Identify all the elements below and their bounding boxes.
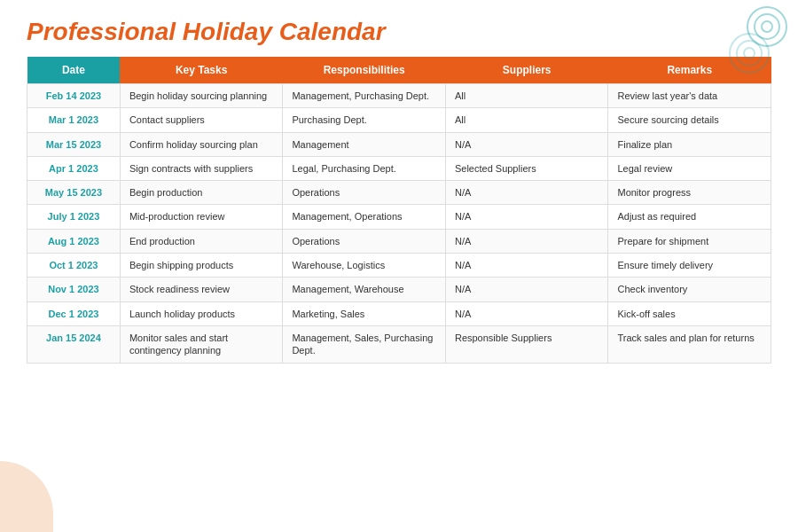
cell-responsibilities-10: Management, Sales, Purchasing Dept.	[283, 325, 446, 363]
col-header-tasks: Key Tasks	[120, 57, 283, 84]
page-container: Professional Holiday Calendar Date Key T…	[0, 0, 798, 532]
cell-date-6: Aug 1 2023	[27, 229, 121, 253]
cell-remarks-4: Monitor progress	[608, 181, 771, 205]
cell-responsibilities-2: Management	[283, 132, 446, 156]
table-row: May 15 2023Begin productionOperationsN/A…	[27, 181, 771, 205]
cell-date-2: Mar 15 2023	[27, 132, 121, 156]
cell-suppliers-6: N/A	[445, 229, 608, 253]
col-header-date: Date	[27, 57, 121, 84]
table-row: Mar 15 2023Confirm holiday sourcing plan…	[27, 132, 771, 156]
cell-date-1: Mar 1 2023	[27, 108, 121, 132]
cell-responsibilities-6: Operations	[283, 229, 446, 253]
svg-point-4	[737, 41, 762, 66]
svg-point-2	[762, 21, 772, 32]
cell-suppliers-8: N/A	[445, 278, 608, 301]
cell-task-3: Sign contracts with suppliers	[120, 156, 283, 180]
cell-remarks-6: Prepare for shipment	[608, 229, 771, 253]
cell-responsibilities-9: Marketing, Sales	[283, 301, 446, 325]
svg-point-5	[744, 48, 755, 59]
cell-task-10: Monitor sales and start contingency plan…	[120, 325, 283, 363]
table-row: Mar 1 2023Contact suppliersPurchasing De…	[27, 108, 771, 132]
deco-circles	[705, 4, 789, 89]
cell-task-4: Begin production	[120, 181, 283, 205]
table-row: July 1 2023Mid-production reviewManageme…	[27, 205, 771, 229]
cell-date-9: Dec 1 2023	[27, 301, 121, 325]
cell-suppliers-10: Responsible Suppliers	[445, 325, 608, 363]
cell-responsibilities-8: Management, Warehouse	[283, 278, 446, 301]
cell-remarks-3: Legal review	[608, 156, 771, 180]
cell-date-3: Apr 1 2023	[27, 156, 121, 180]
cell-task-6: End production	[120, 229, 283, 253]
cell-remarks-1: Secure sourcing details	[608, 108, 771, 132]
table-row: Jan 15 2024Monitor sales and start conti…	[27, 325, 771, 363]
cell-suppliers-1: All	[445, 108, 608, 132]
table-row: Aug 1 2023End productionOperationsN/APre…	[27, 229, 771, 253]
cell-responsibilities-1: Purchasing Dept.	[283, 108, 446, 132]
cell-remarks-7: Ensure timely delivery	[608, 254, 771, 278]
table-row: Apr 1 2023Sign contracts with suppliersL…	[27, 156, 771, 180]
col-header-responsibilities: Responsibilities	[283, 57, 446, 84]
cell-date-7: Oct 1 2023	[27, 254, 121, 278]
cell-date-10: Jan 15 2024	[27, 325, 121, 363]
cell-suppliers-4: N/A	[445, 181, 608, 205]
calendar-table: Date Key Tasks Responsibilities Supplier…	[27, 57, 771, 364]
cell-date-5: July 1 2023	[27, 205, 121, 229]
col-header-suppliers: Suppliers	[445, 57, 608, 84]
cell-responsibilities-3: Legal, Purchasing Dept.	[283, 156, 446, 180]
cell-date-0: Feb 14 2023	[27, 84, 121, 108]
cell-remarks-10: Track sales and plan for returns	[608, 325, 771, 363]
cell-suppliers-9: N/A	[445, 301, 608, 325]
cell-remarks-8: Check inventory	[608, 278, 771, 301]
cell-responsibilities-5: Management, Operations	[283, 205, 446, 229]
cell-remarks-2: Finalize plan	[608, 132, 771, 156]
cell-suppliers-2: N/A	[445, 132, 608, 156]
table-header-row: Date Key Tasks Responsibilities Supplier…	[27, 57, 771, 84]
cell-date-4: May 15 2023	[27, 181, 121, 205]
table-row: Feb 14 2023Begin holiday sourcing planni…	[27, 84, 771, 108]
cell-responsibilities-7: Warehouse, Logistics	[283, 254, 446, 278]
svg-point-0	[747, 7, 786, 46]
cell-remarks-9: Kick-off sales	[608, 301, 771, 325]
cell-task-7: Begin shipping products	[120, 254, 283, 278]
table-row: Nov 1 2023Stock readiness reviewManageme…	[27, 278, 771, 301]
cell-task-5: Mid-production review	[120, 205, 283, 229]
cell-suppliers-5: N/A	[445, 205, 608, 229]
cell-responsibilities-4: Operations	[283, 181, 446, 205]
deco-bottom-left	[0, 461, 53, 532]
cell-task-9: Launch holiday products	[120, 301, 283, 325]
cell-responsibilities-0: Management, Purchasing Dept.	[283, 84, 446, 108]
cell-remarks-5: Adjust as required	[608, 205, 771, 229]
table-row: Oct 1 2023Begin shipping productsWarehou…	[27, 254, 771, 278]
cell-date-8: Nov 1 2023	[27, 278, 121, 301]
table-row: Dec 1 2023Launch holiday productsMarketi…	[27, 301, 771, 325]
cell-suppliers-7: N/A	[445, 254, 608, 278]
svg-point-3	[730, 34, 769, 73]
cell-suppliers-3: Selected Suppliers	[445, 156, 608, 180]
cell-task-1: Contact suppliers	[120, 108, 283, 132]
cell-suppliers-0: All	[445, 84, 608, 108]
cell-task-0: Begin holiday sourcing planning	[120, 84, 283, 108]
cell-task-2: Confirm holiday sourcing plan	[120, 132, 283, 156]
cell-task-8: Stock readiness review	[120, 278, 283, 301]
page-title: Professional Holiday Calendar	[27, 18, 771, 46]
